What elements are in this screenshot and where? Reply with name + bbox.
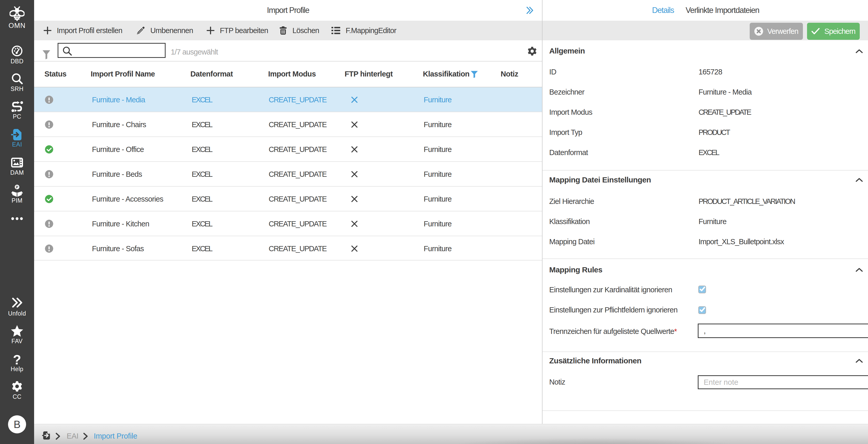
svg-text:P: P [16,185,18,189]
